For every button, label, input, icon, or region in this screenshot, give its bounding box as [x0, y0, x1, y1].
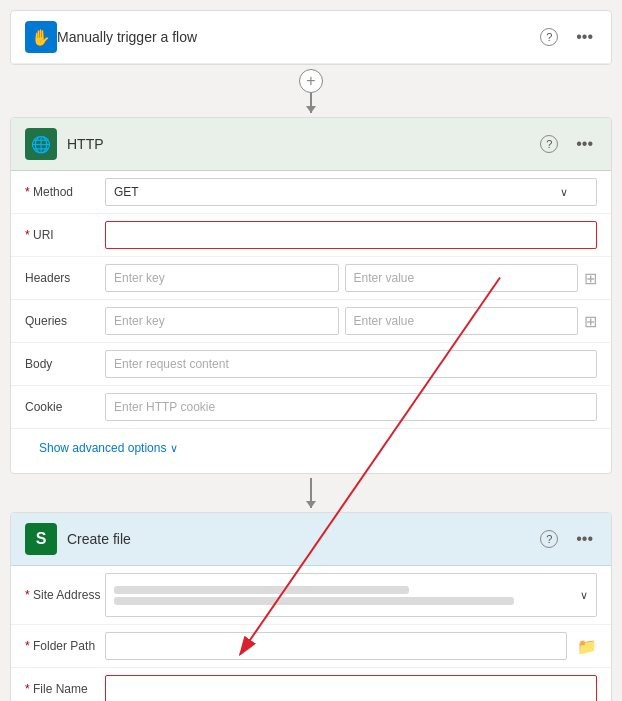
- file-name-row: File Name Sample.jpg: [11, 668, 611, 701]
- diagram-wrapper: ✋ Manually trigger a flow ? ••• + 🌐 HTTP: [10, 10, 612, 701]
- create-file-icon: S: [25, 523, 57, 555]
- globe-icon: 🌐: [31, 135, 51, 154]
- create-help-icon: ?: [540, 530, 558, 548]
- method-select[interactable]: GET ∨: [105, 178, 597, 206]
- advanced-options-link[interactable]: Show advanced options ∨: [25, 433, 192, 463]
- queries-key-input[interactable]: [105, 307, 339, 335]
- headers-row: Headers ⊞: [11, 257, 611, 300]
- body-row: Body: [11, 343, 611, 386]
- site-address-row: Site Address ∨: [11, 566, 611, 625]
- method-value: GET: [114, 185, 139, 199]
- trigger-icon: ✋: [25, 21, 57, 53]
- site-address-input[interactable]: ∨: [105, 573, 597, 617]
- arrow-down-2: [310, 478, 312, 508]
- folder-path-label: Folder Path: [25, 639, 105, 653]
- folder-browse-icon[interactable]: 📁: [577, 637, 597, 656]
- connector-2: [10, 474, 612, 512]
- queries-row: Queries ⊞: [11, 300, 611, 343]
- http-title: HTTP: [67, 136, 536, 152]
- folder-path-input[interactable]: /Pictures: [105, 632, 567, 660]
- site-address-blurred-1: [114, 586, 409, 594]
- queries-label: Queries: [25, 314, 105, 328]
- headers-label: Headers: [25, 271, 105, 285]
- site-address-blurred-2: [114, 597, 514, 605]
- advanced-options-row: Show advanced options ∨: [11, 429, 611, 473]
- create-file-header: S Create file ? •••: [11, 513, 611, 566]
- headers-key-input[interactable]: [105, 264, 339, 292]
- uri-label: URI: [25, 228, 105, 242]
- site-address-control: ∨: [105, 573, 597, 617]
- create-file-card: S Create file ? ••• Site Address ∨: [10, 512, 612, 701]
- http-more-icon: •••: [576, 135, 593, 152]
- http-help-icon: ?: [540, 135, 558, 153]
- trigger-actions: ? •••: [536, 26, 597, 48]
- file-name-input[interactable]: Sample.jpg: [105, 675, 597, 701]
- body-input[interactable]: [105, 350, 597, 378]
- http-more-button[interactable]: •••: [572, 133, 597, 155]
- cookie-input[interactable]: [105, 393, 597, 421]
- create-file-form-body: Site Address ∨ Folder Path /Pictures 📁: [11, 566, 611, 701]
- arrow-down-1: [310, 93, 312, 113]
- trigger-help-button[interactable]: ?: [536, 26, 562, 48]
- folder-path-row: Folder Path /Pictures 📁: [11, 625, 611, 668]
- uri-control: https://dummyimage.com/300: [105, 221, 597, 249]
- queries-value-input[interactable]: [345, 307, 579, 335]
- queries-table-icon[interactable]: ⊞: [584, 312, 597, 331]
- trigger-title: Manually trigger a flow: [57, 29, 536, 45]
- headers-control: ⊞: [105, 264, 597, 292]
- advanced-chevron-icon: ∨: [170, 442, 178, 455]
- create-more-icon: •••: [576, 530, 593, 547]
- body-label: Body: [25, 357, 105, 371]
- create-file-help-button[interactable]: ?: [536, 528, 562, 550]
- http-icon: 🌐: [25, 128, 57, 160]
- headers-table-icon[interactable]: ⊞: [584, 269, 597, 288]
- method-select-display: GET ∨: [105, 178, 597, 206]
- create-file-actions: ? •••: [536, 528, 597, 550]
- trigger-card-header: ✋ Manually trigger a flow ? •••: [11, 11, 611, 64]
- http-card: 🌐 HTTP ? ••• Method GET: [10, 117, 612, 474]
- create-file-title: Create file: [67, 531, 536, 547]
- method-control: GET ∨: [105, 178, 597, 206]
- trigger-card: ✋ Manually trigger a flow ? •••: [10, 10, 612, 65]
- cookie-row: Cookie: [11, 386, 611, 429]
- http-header: 🌐 HTTP ? •••: [11, 118, 611, 171]
- create-file-more-button[interactable]: •••: [572, 528, 597, 550]
- headers-inputs: [105, 264, 578, 292]
- cookie-label: Cookie: [25, 400, 105, 414]
- file-name-label: File Name: [25, 682, 105, 696]
- queries-inputs: [105, 307, 578, 335]
- site-address-label: Site Address: [25, 588, 105, 602]
- site-address-chevron-icon: ∨: [580, 589, 588, 602]
- method-chevron-icon: ∨: [560, 186, 568, 199]
- queries-control: ⊞: [105, 307, 597, 335]
- add-step-button[interactable]: +: [299, 69, 323, 93]
- plus-icon: +: [306, 73, 315, 89]
- uri-row: URI https://dummyimage.com/300: [11, 214, 611, 257]
- body-control: [105, 350, 597, 378]
- http-actions: ? •••: [536, 133, 597, 155]
- more-icon: •••: [576, 28, 593, 45]
- help-icon: ?: [540, 28, 558, 46]
- http-help-button[interactable]: ?: [536, 133, 562, 155]
- trigger-more-button[interactable]: •••: [572, 26, 597, 48]
- method-label: Method: [25, 185, 105, 199]
- headers-value-input[interactable]: [345, 264, 579, 292]
- method-row: Method GET ∨: [11, 171, 611, 214]
- cookie-control: [105, 393, 597, 421]
- connector-1: +: [10, 65, 612, 117]
- advanced-options-label: Show advanced options: [39, 441, 166, 455]
- uri-input[interactable]: https://dummyimage.com/300: [105, 221, 597, 249]
- file-name-control: Sample.jpg: [105, 675, 597, 701]
- http-form-body: Method GET ∨ URI https://dummyimage.com/…: [11, 171, 611, 473]
- folder-path-control: /Pictures 📁: [105, 632, 597, 660]
